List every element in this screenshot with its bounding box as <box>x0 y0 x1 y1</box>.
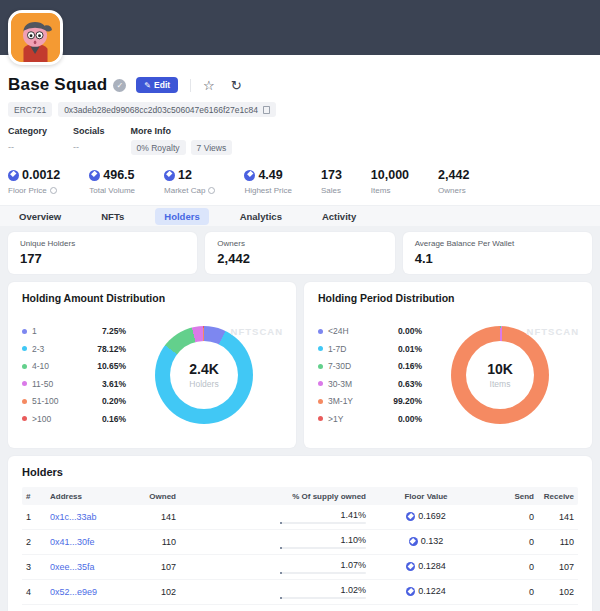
send-cell: 0 <box>482 512 538 522</box>
socials-label: Socials <box>73 126 105 136</box>
stat-value: 496.5 <box>89 168 135 182</box>
verified-badge-icon: ✓ <box>113 79 126 92</box>
holders-table-title: Holders <box>22 466 578 478</box>
star-icon[interactable]: ☆ <box>203 79 215 92</box>
holder-address-link[interactable]: 0xee...35fa <box>50 562 95 572</box>
table-row: 20x41...30fe1101.10%0.1320110 <box>22 530 578 555</box>
supply-owned-bar-track <box>280 522 366 524</box>
page-title: Base Squad <box>8 75 107 95</box>
supply-owned-bar-fill <box>280 522 282 524</box>
stat-label-text: Market Cap <box>164 186 205 195</box>
summary-cards: Unique Holders 177 Owners 2,442 Average … <box>8 232 592 274</box>
legend-label: 51-100 <box>32 396 102 406</box>
stat-number: 2,442 <box>438 168 469 182</box>
table-row: 30xee...35fa1071.07%0.12840107 <box>22 555 578 580</box>
legend-item[interactable]: <24H0.00% <box>318 326 422 336</box>
stat-value: 2,442 <box>438 168 469 182</box>
legend-label: 7-30D <box>328 361 398 371</box>
summary-value: 177 <box>20 251 185 266</box>
copy-icon[interactable] <box>263 106 270 114</box>
legend-dot-icon <box>22 329 27 334</box>
collection-stats: 0.0012Floor Price496.5Total Volume12Mark… <box>8 168 592 195</box>
receive-cell: 107 <box>538 562 578 572</box>
refresh-icon[interactable]: ↻ <box>231 79 242 92</box>
legend-item[interactable]: >1Y0.00% <box>318 414 422 424</box>
supply-owned-wrap: 1.10% <box>184 535 366 549</box>
column-header--: # <box>22 492 46 501</box>
stat-sales: 173Sales <box>321 168 342 195</box>
donut-chart: 2.4K Holders <box>155 326 253 424</box>
stat-label: Total Volume <box>89 186 135 195</box>
stat-value: 0.0012 <box>8 168 60 182</box>
column-header-receive: Receive <box>538 492 578 501</box>
donut-center-value: 10K <box>487 361 513 377</box>
summary-card-average-balance: Average Balance Per Wallet 4.1 <box>403 232 592 274</box>
floor-value-number: 0.1284 <box>418 561 446 571</box>
summary-card-unique-holders: Unique Holders 177 <box>8 232 197 274</box>
stat-owners: 2,442Owners <box>438 168 469 195</box>
legend-item[interactable]: 7-30D0.16% <box>318 361 422 371</box>
pencil-icon: ✎ <box>144 81 151 90</box>
avatar-art <box>11 13 60 62</box>
legend-percent: 0.16% <box>102 414 126 424</box>
supply-owned-bar-fill <box>280 547 282 549</box>
stat-label: Highest Price <box>244 186 292 195</box>
category-label: Category <box>8 126 47 136</box>
column-header--of-supply-owned: % Of supply owned <box>180 492 370 501</box>
legend-label: 30-3M <box>328 379 398 389</box>
donut-center-label: Items <box>490 379 511 389</box>
legend-item[interactable]: 3M-1Y99.20% <box>318 396 422 406</box>
send-cell: 0 <box>482 537 538 547</box>
legend-label: >100 <box>32 414 102 424</box>
legend-item[interactable]: 4-1010.65% <box>22 361 126 371</box>
stat-label-text: Total Volume <box>89 186 135 195</box>
address-cell: 0x1c...33ab <box>46 512 128 522</box>
supply-owned-wrap: 1.41% <box>184 510 366 524</box>
collection-banner <box>0 0 600 55</box>
tab-activity[interactable]: Activity <box>313 208 365 225</box>
holder-address-link[interactable]: 0x52...e9e9 <box>50 587 97 597</box>
address-cell: 0xee...35fa <box>46 562 128 572</box>
legend-item[interactable]: 30-3M0.63% <box>318 379 422 389</box>
legend-item[interactable]: 11-503.61% <box>22 379 126 389</box>
stat-number: 12 <box>178 168 192 182</box>
tab-overview[interactable]: Overview <box>10 208 70 225</box>
holder-address-link[interactable]: 0x1c...33ab <box>50 512 97 522</box>
chart-legend: 17.25%2-378.12%4-1010.65%11-503.61%51-10… <box>22 326 126 424</box>
eth-icon <box>406 587 415 596</box>
legend-item[interactable]: 1-7D0.01% <box>318 344 422 354</box>
tab-holders[interactable]: Holders <box>155 208 208 225</box>
donut-chart: 10K Items <box>451 326 549 424</box>
legend-dot-icon <box>318 399 323 404</box>
holder-address-link[interactable]: 0x41...30fe <box>50 537 95 547</box>
floor-value-cell: 0.1284 <box>370 561 482 573</box>
tab-analytics[interactable]: Analytics <box>231 208 291 225</box>
tab-nfts[interactable]: NFTs <box>92 208 133 225</box>
legend-item[interactable]: >1000.16% <box>22 414 126 424</box>
stat-highest-price: 4.49Highest Price <box>244 168 292 195</box>
contract-address-badge[interactable]: 0x3adeb28ed99068cc2d03c506047e6166f27e1c… <box>58 102 276 117</box>
holders-table-header: #AddressOwned% Of supply ownedFloor Valu… <box>22 487 578 505</box>
edit-button[interactable]: ✎ Edit <box>136 77 178 93</box>
legend-item[interactable]: 2-378.12% <box>22 344 126 354</box>
stat-label: Market Cap <box>164 186 215 195</box>
supply-owned-bar-track <box>280 597 366 599</box>
supply-owned-cell: 1.02% <box>180 585 370 599</box>
legend-dot-icon <box>22 381 27 386</box>
legend-percent: 0.00% <box>398 326 422 336</box>
legend-item[interactable]: 51-1000.20% <box>22 396 126 406</box>
views-badge: 7 Views <box>191 140 233 155</box>
legend-percent: 0.00% <box>398 414 422 424</box>
holders-content: Unique Holders 177 Owners 2,442 Average … <box>0 226 600 611</box>
floor-value-wrap: 0.1284 <box>374 561 478 571</box>
stat-number: 173 <box>321 168 342 182</box>
summary-label: Owners <box>217 239 382 248</box>
chart-title: Holding Period Distribution <box>318 292 578 304</box>
legend-dot-icon <box>318 329 323 334</box>
legend-item[interactable]: 17.25% <box>22 326 126 336</box>
more-info-label: More Info <box>131 126 233 136</box>
donut-center-value: 2.4K <box>189 361 219 377</box>
stat-market-cap: 12Market Cap <box>164 168 215 195</box>
legend-dot-icon <box>22 416 27 421</box>
floor-value-wrap: 0.1692 <box>374 511 478 521</box>
